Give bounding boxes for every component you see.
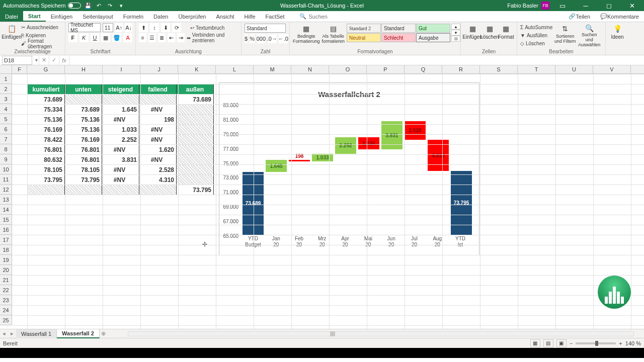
align-top-icon[interactable]: ⬆ <box>139 23 148 32</box>
table-cell[interactable]: 75.136 <box>65 115 102 125</box>
increase-font-icon[interactable]: A↑ <box>115 23 123 32</box>
styles-up-icon[interactable]: ▲ <box>451 24 460 30</box>
table-header[interactable]: kumuliert <box>28 84 65 95</box>
table-cell[interactable]: 4.310 <box>139 175 177 185</box>
delete-cells-button[interactable]: ▦Löschen <box>481 24 498 48</box>
col-header-U[interactable]: U <box>555 65 593 74</box>
table-cell[interactable] <box>139 95 177 105</box>
tab-start[interactable]: Start <box>23 11 46 22</box>
row-header-15[interactable]: 15 <box>0 215 12 225</box>
table-cell[interactable]: 1.033 <box>102 125 139 135</box>
table-cell[interactable]: 1.620 <box>139 145 177 155</box>
col-header-O[interactable]: O <box>329 65 367 74</box>
search-input[interactable] <box>308 14 349 20</box>
table-cell[interactable]: 78.105 <box>65 165 102 175</box>
col-header-H[interactable]: H <box>65 65 103 74</box>
table-cell[interactable]: 75.136 <box>28 115 65 125</box>
cells-area[interactable]: kumuliertuntensteigendfallendaußen 73.68… <box>12 74 644 329</box>
table-cell[interactable] <box>139 185 177 195</box>
row-header-8[interactable]: 8 <box>0 144 12 154</box>
col-header-L[interactable]: L <box>216 65 254 74</box>
align-left-icon[interactable]: ≡ <box>139 33 146 42</box>
row-header-25[interactable]: 25 <box>0 315 12 325</box>
row-header-6[interactable]: 6 <box>0 124 12 134</box>
table-cell[interactable]: #NV <box>102 165 139 175</box>
view-pagelayout-icon[interactable]: ▤ <box>543 339 553 347</box>
table-cell[interactable]: 73.689 <box>65 105 102 115</box>
table-cell[interactable]: 73.795 <box>28 175 65 185</box>
row-header-20[interactable]: 20 <box>0 265 12 275</box>
table-cell[interactable] <box>177 165 214 175</box>
comments-button[interactable]: 💬 Kommentare <box>595 11 644 22</box>
table-cell[interactable]: 80.632 <box>28 155 65 165</box>
table-cell[interactable]: 75.136 <box>65 125 102 135</box>
table-cell[interactable]: 76.801 <box>65 155 102 165</box>
spreadsheet-grid[interactable]: FGHIJKLMNOPQRSTUV 1234567891011121314151… <box>0 65 644 329</box>
col-header-K[interactable]: K <box>178 65 216 74</box>
table-header[interactable]: unten <box>65 84 102 95</box>
row-header-21[interactable]: 21 <box>0 275 12 285</box>
ideas-button[interactable]: 💡Ideen <box>609 24 626 48</box>
find-select-button[interactable]: 🔍Suchen und Auswählen <box>578 24 601 48</box>
format-cells-button[interactable]: ▦Format <box>498 24 514 48</box>
toggle-switch-icon[interactable] <box>68 3 81 9</box>
formula-input[interactable] <box>69 56 644 65</box>
zoom-slider[interactable] <box>576 342 616 344</box>
ribbon-options-icon[interactable]: ▭ <box>552 0 573 11</box>
styles-more-icon[interactable]: ⊟ <box>451 36 460 42</box>
number-format-select[interactable]: Standard <box>245 24 286 33</box>
sheet-nav-first-icon[interactable]: ◂ <box>0 330 8 338</box>
row-header-19[interactable]: 19 <box>0 255 12 265</box>
style-gut[interactable]: Gut <box>416 24 450 33</box>
tab-daten[interactable]: Daten <box>148 11 173 22</box>
tab-ueberpruefen[interactable]: Überprüfen <box>173 11 211 22</box>
row-header-10[interactable]: 10 <box>0 164 12 174</box>
sheet-nav-last-icon[interactable]: ▸ <box>8 330 16 338</box>
table-cell[interactable]: 198 <box>139 115 177 125</box>
select-all-corner[interactable] <box>0 65 12 74</box>
table-cell[interactable]: 73.689 <box>28 95 65 105</box>
conditional-format-button[interactable]: ▦Bedingte Formatierung <box>293 24 320 48</box>
table-cell[interactable] <box>28 185 65 195</box>
table-cell[interactable] <box>177 145 214 155</box>
table-cell[interactable] <box>65 95 102 105</box>
tab-einfuegen[interactable]: Einfügen <box>46 11 77 22</box>
row-header-14[interactable]: 14 <box>0 205 12 215</box>
row-header-17[interactable]: 17 <box>0 235 12 245</box>
close-icon[interactable]: ✕ <box>622 0 642 11</box>
table-cell[interactable]: 73.795 <box>65 175 102 185</box>
row-header-11[interactable]: 11 <box>0 174 12 185</box>
tab-ansicht[interactable]: Ansicht <box>211 11 239 22</box>
share-button[interactable]: 🔗 Teilen <box>564 11 595 22</box>
col-header-S[interactable]: S <box>480 65 518 74</box>
waterfall-chart[interactable]: Wasserfallchart 2 65.00067.00069.00071.0… <box>219 82 479 255</box>
tab-seitenlayout[interactable]: Seitenlayout <box>77 11 118 22</box>
tell-me-search[interactable]: 🔍 <box>299 11 349 22</box>
save-icon[interactable]: 💾 <box>84 2 92 10</box>
col-header-V[interactable]: V <box>593 65 631 74</box>
table-cell[interactable]: 78.105 <box>28 165 65 175</box>
col-header-G[interactable]: G <box>27 65 65 74</box>
table-cell[interactable]: 78.422 <box>28 135 65 145</box>
maximize-icon[interactable]: ◻ <box>599 0 619 11</box>
row-header-3[interactable]: 3 <box>0 94 12 104</box>
style-standard2[interactable]: Standard 2 <box>347 24 381 33</box>
autosum-button[interactable]: ΣAutoSumme <box>520 24 552 31</box>
row-header-18[interactable]: 18 <box>0 245 12 255</box>
view-pagebreak-icon[interactable]: ▣ <box>556 339 567 347</box>
row-header-23[interactable]: 23 <box>0 295 12 305</box>
tab-factset[interactable]: FactSet <box>261 11 290 22</box>
border-icon[interactable]: ▦ <box>101 33 110 42</box>
horizontal-scrollbar[interactable] <box>128 330 634 337</box>
cancel-formula-icon[interactable]: ✕ <box>39 56 49 65</box>
cut-button[interactable]: ✂Ausschneiden <box>21 24 62 31</box>
table-header[interactable]: außen <box>177 84 214 95</box>
minimize-icon[interactable]: ─ <box>576 0 596 11</box>
table-header[interactable]: steigend <box>102 84 139 95</box>
row-header-1[interactable]: 1 <box>0 74 12 84</box>
table-header[interactable]: fallend <box>139 84 177 95</box>
row-header-13[interactable]: 13 <box>0 195 12 205</box>
fx-icon[interactable]: fx <box>59 56 69 65</box>
table-cell[interactable]: 2.528 <box>139 165 177 175</box>
row-header-7[interactable]: 7 <box>0 134 12 144</box>
